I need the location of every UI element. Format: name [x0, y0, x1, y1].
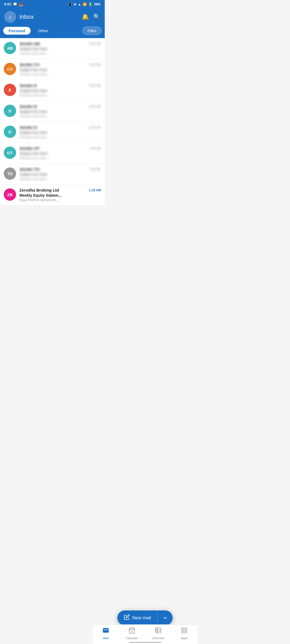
sender-name: Sender D	[19, 125, 37, 130]
header: ⌂ Inbox 🔔 🔍	[0, 8, 105, 27]
mail-time: 1:19 AM	[89, 188, 101, 192]
mail-preview: Preview text here...	[19, 93, 101, 97]
mail-content: Sender D 8:10 AM Subject line here Previ…	[19, 125, 101, 139]
mail-row1: Sender CV 9:20 AM	[19, 62, 101, 67]
sender-name: Sender D	[19, 104, 37, 109]
mail-item[interactable]: GT Sender GT 7:45 AM Subject line here P…	[0, 143, 105, 164]
battery-percent: 38%	[94, 2, 100, 6]
mail-row1: Sender GT 7:45 AM	[19, 146, 101, 151]
dnd-icon: ⊖	[74, 2, 76, 6]
mail-subject: Subject line here	[19, 47, 101, 51]
avatar: CV	[4, 63, 16, 75]
mail-row1: Sender TO 7:20 AM	[19, 167, 101, 171]
mail-row1: Zerodha Broking Ltd 1:19 AM	[19, 188, 101, 192]
mail-item[interactable]: D Sender D 8:10 AM Subject line here Pre…	[0, 122, 105, 143]
mail-preview: Preview text here...	[19, 52, 101, 56]
mail-list: AB Sender AB 9:45 AM Subject line here P…	[0, 38, 105, 206]
avatar: GT	[4, 147, 16, 159]
tab-focused[interactable]: Focused	[3, 27, 31, 35]
mail-preview: Preview text here...	[19, 135, 101, 139]
notifications-icon[interactable]: 🔔	[82, 13, 89, 20]
mail-content: Sender D 8:30 AM Subject line here Previ…	[19, 104, 101, 118]
mail-subject: Subject line here	[19, 109, 101, 114]
mail-content: Sender CV 9:20 AM Subject line here Prev…	[19, 62, 101, 76]
page-title: Inbox	[19, 13, 78, 20]
sender-name: Sender E	[19, 83, 37, 88]
filter-button[interactable]: Filter	[82, 27, 102, 35]
whatsapp-icon: 💬	[13, 2, 17, 6]
mail-subject: Subject line here	[19, 172, 101, 177]
mail-item[interactable]: CV Sender CV 9:20 AM Subject line here P…	[0, 59, 105, 80]
home-icon: ⌂	[9, 14, 12, 20]
mail-preview: Dear PARTH MANISHK...	[19, 198, 101, 202]
status-left: 6:01 💬 📤	[4, 2, 23, 6]
vibrate-icon: 📳	[68, 2, 72, 6]
tabs-bar: Focused Other Filter	[0, 27, 105, 38]
mail-subject: Subject line here	[19, 130, 101, 135]
mail-content: Zerodha Broking Ltd 1:19 AM Weekly Equit…	[19, 188, 101, 202]
mail-item[interactable]: ZB Zerodha Broking Ltd 1:19 AM Weekly Eq…	[0, 185, 105, 206]
avatar: ZB	[4, 188, 16, 201]
directshare-icon: 📤	[19, 2, 23, 6]
mail-row1: Sender E 8:55 AM	[19, 83, 101, 88]
mail-content: Sender TO 7:20 AM Subject line here Prev…	[19, 167, 101, 181]
mail-row1: Sender D 8:10 AM	[19, 125, 101, 130]
mail-time: 7:20 AM	[89, 167, 101, 171]
header-actions: 🔔 🔍	[82, 13, 100, 20]
mail-item[interactable]: AB Sender AB 9:45 AM Subject line here P…	[0, 38, 105, 59]
sender-name: Sender CV	[19, 62, 40, 67]
avatar: TO	[4, 167, 16, 180]
mail-item[interactable]: TO Sender TO 7:20 AM Subject line here P…	[0, 164, 105, 185]
mail-time: 7:45 AM	[89, 147, 101, 150]
mail-row1: Sender D 8:30 AM	[19, 104, 101, 109]
avatar: E	[4, 84, 16, 96]
mail-preview: Preview text here...	[19, 72, 101, 76]
mail-preview: Preview text here...	[19, 177, 101, 181]
tab-other[interactable]: Other	[33, 27, 54, 35]
avatar: AB	[4, 42, 16, 54]
sender-name: Zerodha Broking Ltd	[19, 188, 59, 192]
mail-content: Sender E 8:55 AM Subject line here Previ…	[19, 83, 101, 97]
mail-preview: Preview text here...	[19, 114, 101, 118]
home-button[interactable]: ⌂	[4, 11, 16, 23]
mail-subject: Weekly Equity Statem...	[19, 193, 101, 197]
avatar: D	[4, 105, 16, 117]
mail-preview: Preview text here...	[19, 156, 101, 160]
signal-icon: 📶	[83, 2, 87, 6]
status-right: 📳 ⊖ ▲ 📶 🔋 38%	[68, 2, 100, 6]
mail-item[interactable]: E Sender E 8:55 AM Subject line here Pre…	[0, 80, 105, 101]
sender-name: Sender GT	[19, 146, 40, 151]
battery-icon: 🔋	[88, 2, 92, 6]
wifi-icon: ▲	[78, 2, 81, 6]
mail-time: 8:30 AM	[89, 105, 101, 108]
mail-subject: Subject line here	[19, 68, 101, 72]
mail-content: Sender AB 9:45 AM Subject line here Prev…	[19, 41, 101, 56]
mail-time: 8:55 AM	[89, 84, 101, 87]
mail-time: 9:20 AM	[89, 63, 101, 67]
mail-time: 8:10 AM	[89, 126, 101, 129]
sender-name: Sender AB	[19, 41, 40, 46]
mail-subject: Subject line here	[19, 89, 101, 93]
search-icon[interactable]: 🔍	[93, 13, 100, 20]
mail-row1: Sender AB 9:45 AM	[19, 41, 101, 46]
mail-item[interactable]: D Sender D 8:30 AM Subject line here Pre…	[0, 101, 105, 122]
mail-time: 9:45 AM	[89, 42, 101, 46]
status-time: 6:01	[4, 2, 11, 6]
avatar: D	[4, 126, 16, 138]
mail-subject: Subject line here	[19, 151, 101, 156]
status-bar: 6:01 💬 📤 📳 ⊖ ▲ 📶 🔋 38%	[0, 0, 105, 8]
mail-content: Sender GT 7:45 AM Subject line here Prev…	[19, 146, 101, 160]
sender-name: Sender TO	[19, 167, 40, 171]
